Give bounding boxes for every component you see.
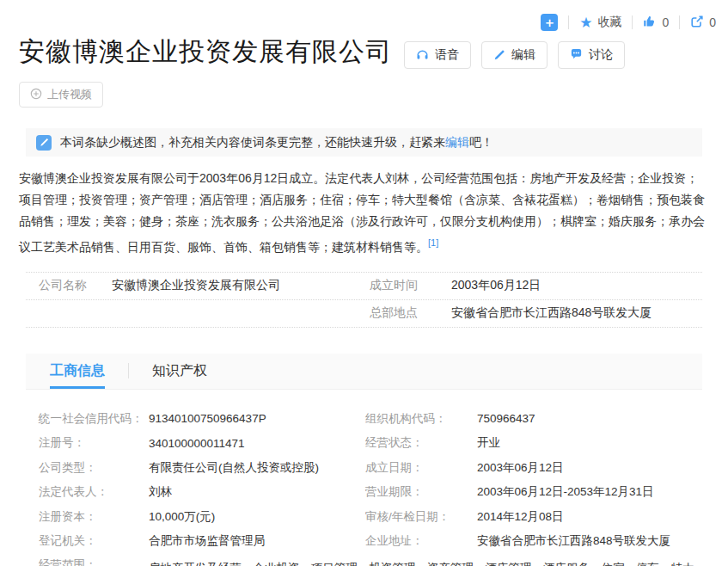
establish-date-label: 成立日期： <box>365 460 477 476</box>
basic-info-box: 公司名称 安徽博澳企业投资发展有限公司 成立时间 2003年06月12日 总部地… <box>26 272 702 328</box>
company-type-value: 有限责任公司(自然人投资或控股) <box>149 460 365 476</box>
tab-business-info-label: 工商信息 <box>50 362 105 380</box>
edit-button[interactable]: 编辑 <box>481 41 548 69</box>
table-row: 法定代表人： 刘林 营业期限： 2003年06月12日-2053年12月31日 <box>19 480 709 505</box>
edit-button-label: 编辑 <box>511 47 535 63</box>
tab-intellectual-property[interactable]: 知识产权 <box>152 353 207 389</box>
voice-button[interactable]: 语音 <box>404 41 471 69</box>
divider <box>679 15 680 29</box>
pencil-icon <box>493 49 505 61</box>
title-row: 安徽博澳企业投资发展有限公司 语音 编辑 讨论 <box>19 0 709 70</box>
comment-icon <box>570 48 583 61</box>
founded-date-label: 成立时间 <box>370 278 451 293</box>
notice-edit-link[interactable]: 编辑 <box>445 135 469 149</box>
business-info-table: 统一社会信用代码： 91340100750966437P 组织机构代码： 750… <box>19 407 709 566</box>
upload-video-label: 上传视频 <box>47 87 92 102</box>
top-action-bar: ＋ ★ 收藏 0 0 <box>541 14 716 31</box>
tab-intellectual-property-label: 知识产权 <box>152 362 207 380</box>
notice-prefix: 本词条缺少概述图，补充相关内容使词条更完整，还能快速升级，赶紧来 <box>60 135 445 149</box>
like-count: 0 <box>662 15 669 29</box>
tab-divider <box>128 363 129 378</box>
business-scope-value: 房地产开发及经营；企业投资；项目管理；投资管理；资产管理；酒店管理；酒店服务；住… <box>149 557 709 566</box>
registration-authority-value: 合肥市市场监督管理局 <box>149 533 365 549</box>
registered-capital-value: 10,000万(元) <box>149 509 365 525</box>
edit-badge-icon <box>36 135 52 151</box>
headphones-icon <box>416 48 429 61</box>
reg-number-value: 340100000011471 <box>149 437 365 450</box>
business-scope-row: 经营范围： 房地产开发及经营；企业投资；项目管理；投资管理；资产管理；酒店管理；… <box>19 554 709 566</box>
notice-text: 本词条缺少概述图，补充相关内容使词条更完整，还能快速升级，赶紧来编辑吧！ <box>60 135 493 151</box>
company-address-label: 企业地址： <box>365 533 477 549</box>
business-term-label: 营业期限： <box>365 484 477 500</box>
company-name-value: 安徽博澳企业投资发展有限公司 <box>112 278 370 293</box>
credit-code-label: 统一社会信用代码： <box>39 411 149 427</box>
discuss-button-label: 讨论 <box>589 47 613 63</box>
company-type-label: 公司类型： <box>39 460 149 476</box>
share-icon <box>690 15 704 31</box>
company-name-label: 公司名称 <box>39 278 112 293</box>
discuss-button[interactable]: 讨论 <box>558 41 625 69</box>
share-button[interactable]: 0 <box>690 15 716 31</box>
status-value: 开业 <box>477 435 709 451</box>
table-row: 登记机关： 合肥市市场监督管理局 企业地址： 安徽省合肥市长江西路848号联发大… <box>19 529 709 554</box>
summary-paragraph: 安徽博澳企业投资发展有限公司于2003年06月12日成立。法定代表人刘林，公司经… <box>19 168 709 258</box>
headquarters-label: 总部地点 <box>370 305 451 321</box>
table-row: 统一社会信用代码： 91340100750966437P 组织机构代码： 750… <box>19 407 709 432</box>
table-row: 注册号： 340100000011471 经营状态： 开业 <box>19 431 709 456</box>
business-scope-label: 经营范围： <box>39 557 149 566</box>
divider <box>568 15 569 29</box>
favorite-button[interactable]: ★ 收藏 <box>579 15 621 30</box>
tab-business-info[interactable]: 工商信息 <box>50 353 105 389</box>
establish-date-value: 2003年06月12日 <box>477 460 709 476</box>
registered-capital-label: 注册资本： <box>39 509 149 525</box>
summary-text: 安徽博澳企业投资发展有限公司于2003年06月12日成立。法定代表人刘林，公司经… <box>19 171 705 254</box>
headquarters-value: 安徽省合肥市长江西路848号联发大厦 <box>451 305 702 321</box>
basic-info-row: 公司名称 安徽博澳企业投资发展有限公司 成立时间 2003年06月12日 <box>26 273 702 300</box>
reference-link[interactable]: [1] <box>428 237 438 248</box>
reg-number-label: 注册号： <box>39 435 149 451</box>
thumbs-up-icon <box>643 15 657 31</box>
annual-check-value: 2014年12月08日 <box>477 509 709 525</box>
upload-video-button[interactable]: 上传视频 <box>19 82 103 108</box>
page-title: 安徽博澳企业投资发展有限公司 <box>19 34 392 70</box>
org-code-label: 组织机构代码： <box>365 411 477 427</box>
star-icon: ★ <box>579 15 592 30</box>
notice-suffix: 吧！ <box>469 135 493 149</box>
org-code-value: 750966437 <box>477 412 709 425</box>
add-icon[interactable]: ＋ <box>541 14 558 31</box>
table-row: 公司类型： 有限责任公司(自然人投资或控股) 成立日期： 2003年06月12日 <box>19 456 709 481</box>
company-address-value: 安徽省合肥市长江西路848号联发大厦 <box>477 533 709 549</box>
legal-rep-label: 法定代表人： <box>39 484 149 500</box>
share-count: 0 <box>709 15 716 29</box>
table-row: 注册资本： 10,000万(元) 审核/年检日期： 2014年12月08日 <box>19 505 709 530</box>
title-buttons: 语音 编辑 讨论 <box>404 41 625 69</box>
voice-button-label: 语音 <box>435 47 459 63</box>
business-term-value: 2003年06月12日-2053年12月31日 <box>477 484 709 500</box>
notice-bar: 本词条缺少概述图，补充相关内容使词条更完整，还能快速升级，赶紧来编辑吧！ <box>26 128 702 157</box>
basic-info-row: 总部地点 安徽省合肥市长江西路848号联发大厦 <box>26 300 702 328</box>
founded-date-value: 2003年06月12日 <box>451 278 702 293</box>
status-label: 经营状态： <box>365 435 477 451</box>
divider <box>632 15 633 29</box>
tab-bar: 工商信息 知识产权 <box>26 354 702 390</box>
favorite-label: 收藏 <box>597 15 621 30</box>
baike-entry-page: ＋ ★ 收藏 0 0 安徽博澳企业投资发展有限公司 <box>0 0 728 566</box>
legal-rep-value: 刘林 <box>149 484 365 500</box>
annual-check-label: 审核/年检日期： <box>365 509 477 525</box>
like-button[interactable]: 0 <box>643 15 669 31</box>
plus-circle-icon <box>30 88 42 102</box>
registration-authority-label: 登记机关： <box>39 533 149 549</box>
credit-code-value: 91340100750966437P <box>149 412 365 425</box>
